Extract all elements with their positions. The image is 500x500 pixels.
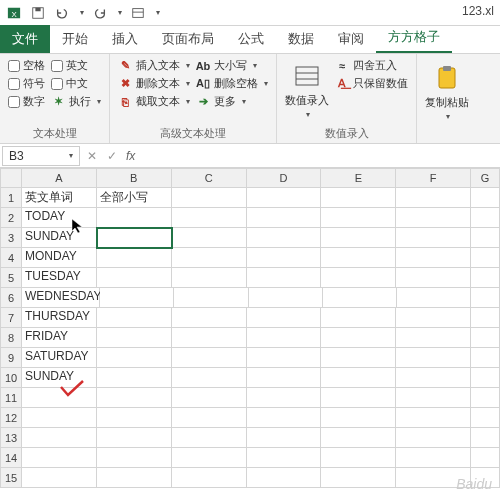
tab-review[interactable]: 审阅 [326, 25, 376, 53]
row-header[interactable]: 15 [0, 468, 22, 488]
cell[interactable] [321, 348, 396, 368]
cell[interactable] [249, 288, 323, 308]
col-header-C[interactable]: C [172, 168, 247, 188]
cell[interactable] [172, 348, 247, 368]
row-header[interactable]: 1 [0, 188, 22, 208]
cell[interactable] [321, 328, 396, 348]
cell[interactable] [396, 248, 471, 268]
cell[interactable] [321, 308, 396, 328]
cell[interactable] [247, 468, 322, 488]
cell[interactable] [396, 328, 471, 348]
cell[interactable] [172, 428, 247, 448]
cell[interactable] [172, 408, 247, 428]
round-button[interactable]: ≈四舍五入 [335, 58, 408, 73]
redo-dropdown-icon[interactable]: ▾ [118, 8, 122, 17]
tab-data[interactable]: 数据 [276, 25, 326, 53]
cell[interactable] [247, 308, 322, 328]
cell[interactable] [471, 288, 500, 308]
cell[interactable] [247, 428, 322, 448]
qat-customize-icon[interactable]: ▾ [156, 8, 160, 17]
cancel-icon[interactable]: ✕ [82, 149, 102, 163]
cell[interactable] [321, 388, 396, 408]
row-header[interactable]: 12 [0, 408, 22, 428]
numeric-entry-button[interactable]: 数值录入▾ [285, 58, 329, 124]
cell[interactable] [396, 208, 471, 228]
cell[interactable] [22, 448, 97, 468]
cell[interactable] [471, 368, 500, 388]
cell[interactable] [97, 248, 172, 268]
extract-text-button[interactable]: ⎘截取文本▾ [118, 94, 190, 109]
tab-insert[interactable]: 插入 [100, 25, 150, 53]
row-header[interactable]: 7 [0, 308, 22, 328]
cell[interactable] [97, 208, 172, 228]
row-header[interactable]: 10 [0, 368, 22, 388]
cell[interactable] [247, 448, 322, 468]
row-header[interactable]: 14 [0, 448, 22, 468]
qat-extra-icon[interactable] [130, 5, 146, 21]
row-header[interactable]: 4 [0, 248, 22, 268]
cell[interactable]: SATURDAY [22, 348, 97, 368]
cell[interactable] [247, 388, 322, 408]
cell[interactable] [396, 428, 471, 448]
cell[interactable]: 全部小写 [97, 188, 172, 208]
cell[interactable] [397, 288, 471, 308]
cell[interactable] [471, 348, 500, 368]
tab-file[interactable]: 文件 [0, 25, 50, 53]
cell[interactable] [174, 288, 248, 308]
cell[interactable] [172, 248, 247, 268]
col-header-B[interactable]: B [97, 168, 172, 188]
cell[interactable] [172, 328, 247, 348]
chk-chinese[interactable]: 中文 [51, 76, 101, 91]
cell[interactable] [247, 368, 322, 388]
cell[interactable] [321, 248, 396, 268]
cell[interactable] [471, 248, 500, 268]
cell[interactable] [172, 388, 247, 408]
cell[interactable] [321, 208, 396, 228]
cell[interactable] [22, 428, 97, 448]
cell[interactable] [471, 268, 500, 288]
tab-addon[interactable]: 方方格子 [376, 23, 452, 53]
cell[interactable]: THURSDAY [22, 308, 97, 328]
cell[interactable] [471, 228, 500, 248]
cell[interactable] [471, 208, 500, 228]
name-box[interactable]: B3▾ [2, 146, 80, 166]
cell[interactable] [396, 368, 471, 388]
execute-button[interactable]: ✶执行▾ [51, 94, 101, 109]
chk-english[interactable]: 英文 [51, 58, 101, 73]
cell[interactable] [323, 288, 397, 308]
col-header-A[interactable]: A [22, 168, 97, 188]
case-button[interactable]: Ab大小写▾ [196, 58, 268, 73]
cell[interactable] [172, 308, 247, 328]
cell[interactable] [97, 348, 172, 368]
row-header[interactable]: 3 [0, 228, 22, 248]
delete-text-button[interactable]: ✖删除文本▾ [118, 76, 190, 91]
row-header[interactable]: 9 [0, 348, 22, 368]
cell[interactable] [97, 308, 172, 328]
cell[interactable] [471, 408, 500, 428]
undo-icon[interactable] [54, 5, 70, 21]
cell[interactable] [321, 468, 396, 488]
row-header[interactable]: 6 [0, 288, 22, 308]
row-header[interactable]: 2 [0, 208, 22, 228]
cell[interactable] [97, 388, 172, 408]
cell[interactable] [97, 468, 172, 488]
col-header-E[interactable]: E [321, 168, 396, 188]
tab-home[interactable]: 开始 [50, 25, 100, 53]
redo-icon[interactable] [92, 5, 108, 21]
tab-layout[interactable]: 页面布局 [150, 25, 226, 53]
cell[interactable]: TUESDAY [22, 268, 97, 288]
cell[interactable] [97, 268, 172, 288]
cell[interactable] [396, 228, 471, 248]
cell[interactable] [396, 388, 471, 408]
chk-symbol[interactable]: 符号 [8, 76, 45, 91]
cell[interactable] [97, 408, 172, 428]
cell[interactable]: 英文单词 [22, 188, 97, 208]
row-header[interactable]: 11 [0, 388, 22, 408]
cell[interactable] [247, 248, 322, 268]
cell[interactable] [247, 228, 322, 248]
fx-icon[interactable]: fx [122, 149, 139, 163]
col-header-F[interactable]: F [396, 168, 471, 188]
cell[interactable] [396, 408, 471, 428]
cell[interactable] [172, 228, 247, 248]
cell[interactable] [97, 368, 172, 388]
